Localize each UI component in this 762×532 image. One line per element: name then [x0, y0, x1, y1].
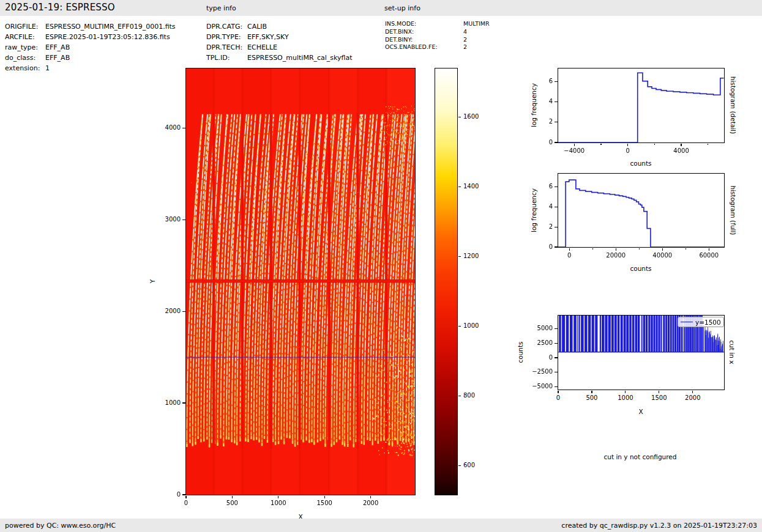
tick-mark [185, 496, 186, 499]
histogram-full-plot [558, 173, 725, 248]
tick-mark [662, 248, 663, 251]
page-title: 2025-01-19: ESPRESSO [5, 2, 115, 13]
info-value: ESPRE.2025-01-19T23:05:12.836.fits [45, 33, 170, 41]
qc-rawdisp-page: { "page": { "title": "2025-01-19: ESPRES… [0, 0, 762, 532]
footer-left-text: powered by QC: www.eso.org/HC [5, 522, 116, 530]
cut-side-label: cut in x [728, 340, 736, 364]
info-value: EFF,SKY,SKY [247, 33, 289, 41]
info-value: CALIB [247, 23, 267, 31]
tick-mark [625, 391, 626, 394]
tick-label: 2000 [147, 308, 181, 314]
info-label: DPR.TECH: [206, 42, 247, 53]
tick-mark [558, 391, 558, 394]
tick-mark [555, 122, 558, 122]
tick-label: 800 [463, 392, 475, 399]
tick-label: 2500 [519, 339, 553, 346]
info-value: 1 [45, 64, 50, 72]
tick-label: 0 [147, 491, 181, 498]
info-value: EFF_AB [45, 43, 70, 51]
footer-bar: powered by QC: www.eso.org/HC created by… [0, 519, 762, 532]
raw-image-canvas [186, 68, 415, 495]
tick-label: 0 [519, 139, 553, 146]
info-label: DET.BINX: [385, 28, 463, 36]
tick-mark [555, 386, 558, 387]
tick-mark [555, 246, 558, 247]
tick-label: 0 [519, 243, 553, 250]
setup-info-block: INS.MODE:MULTIMR DET.BINX:4 DET.BINY:2 O… [385, 20, 490, 51]
type-info-block: DPR.CATG:CALIB DPR.TYPE:EFF,SKY,SKY DPR.… [206, 21, 353, 63]
tick-label: 1000 [607, 394, 644, 401]
tick-mark [600, 144, 601, 146]
tick-mark [555, 81, 558, 82]
tick-label: 1600 [463, 113, 479, 120]
cut-xaxis-label: X [638, 408, 643, 415]
tick-mark [681, 144, 681, 147]
legend-line-sample [681, 322, 693, 322]
colorbar-canvas [435, 68, 457, 495]
tick-label: 600 [463, 462, 475, 468]
tick-label: 1000 [260, 500, 297, 506]
info-row: INS.MODE:MULTIMR [385, 20, 490, 28]
tick-label: 500 [573, 394, 610, 401]
tick-mark [324, 496, 325, 499]
tick-label: 40000 [644, 252, 681, 259]
hist-full-xaxis-label: counts [630, 265, 651, 272]
tick-label: 500 [214, 500, 250, 506]
info-row: ARCFILE:ESPRE.2025-01-19T23:05:12.836.fi… [5, 32, 176, 42]
histogram-detail-plot [558, 68, 725, 143]
tick-mark [555, 102, 558, 102]
tick-mark [278, 496, 278, 499]
footer-right-text: created by qc_rawdisp.py v1.2.3 on 2025-… [561, 522, 757, 530]
tick-label: 4000 [147, 124, 181, 131]
tick-label: 60000 [690, 252, 727, 259]
info-value: 2 [463, 36, 467, 43]
type-info-section-label: type info [206, 4, 236, 12]
info-label: DPR.CATG: [206, 21, 247, 32]
colorbar [435, 68, 458, 495]
header-bar: 2025-01-19: ESPRESSO type info set-up in… [0, 0, 762, 16]
info-label: raw_type: [5, 42, 45, 53]
tick-label: 6 [519, 78, 553, 84]
info-label: OCS.ENABLED.FE: [385, 43, 463, 51]
info-row: DPR.TYPE:EFF,SKY,SKY [206, 32, 353, 42]
histogram-detail-canvas [558, 68, 724, 142]
cut-legend: y=1500 [678, 317, 724, 327]
file-info-block: ORIGFILE:ESPRESSO_MULTIMR_EFF019_0001.fi… [5, 21, 176, 73]
info-label: ARCFILE: [5, 32, 45, 42]
tick-mark [555, 328, 558, 329]
tick-label: 2 [519, 118, 553, 125]
info-value: ESPRESSO_multiMR_cal_skyflat [247, 54, 353, 62]
tick-mark [182, 128, 185, 128]
tick-mark [182, 220, 185, 220]
tick-mark [555, 343, 558, 344]
tick-label: 0 [168, 500, 204, 506]
tick-label: −4000 [556, 147, 592, 154]
info-label: DPR.TYPE: [206, 32, 247, 42]
tick-mark [616, 248, 616, 251]
tick-mark [555, 207, 558, 207]
tick-label: 2000 [353, 500, 389, 506]
main-yaxis-label: Y [149, 279, 156, 283]
tick-label: 2 [519, 223, 553, 230]
info-label: do_class: [5, 53, 45, 63]
tick-label: −2500 [519, 368, 553, 375]
setup-info-section-label: set-up info [384, 4, 420, 12]
info-row: raw_type:EFF_AB [5, 42, 176, 53]
tick-label: 4 [519, 98, 553, 105]
tick-mark [182, 494, 185, 495]
hist-detail-side-label: histogram (detail) [730, 76, 737, 134]
tick-mark [591, 391, 592, 394]
tick-mark [555, 372, 558, 372]
info-value: 2 [463, 43, 467, 50]
cut-in-y-message: cut in y not configured [604, 453, 677, 460]
tick-mark [458, 326, 461, 327]
tick-mark [692, 391, 693, 394]
tick-mark [232, 496, 233, 499]
hist-detail-xaxis-label: counts [630, 160, 651, 167]
tick-label: 1400 [463, 183, 479, 190]
info-label: INS.MODE: [385, 20, 463, 28]
info-value: ECHELLE [247, 43, 277, 51]
tick-label: 1000 [463, 322, 479, 329]
info-row: extension:1 [5, 63, 176, 73]
tick-mark [685, 248, 686, 250]
